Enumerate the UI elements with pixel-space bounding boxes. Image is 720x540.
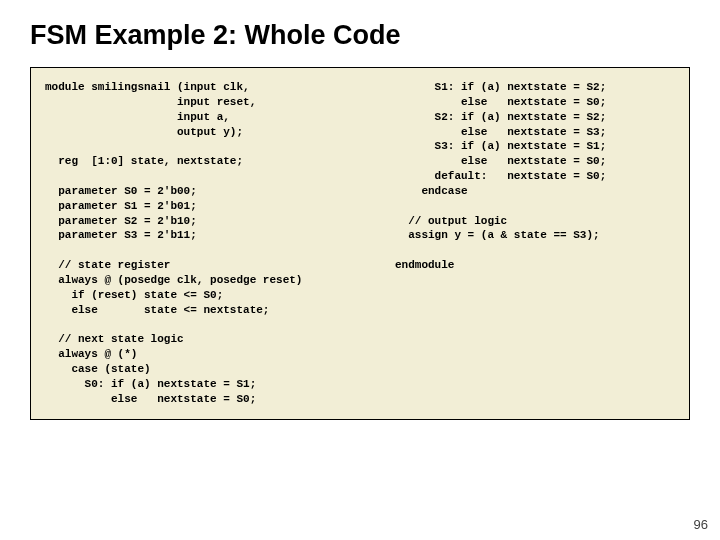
code-box: module smilingsnail (input clk, input re… bbox=[30, 67, 690, 420]
code-columns: module smilingsnail (input clk, input re… bbox=[45, 80, 675, 407]
slide-title: FSM Example 2: Whole Code bbox=[30, 20, 690, 51]
slide: FSM Example 2: Whole Code module smiling… bbox=[0, 0, 720, 540]
page-number: 96 bbox=[694, 517, 708, 532]
code-column-right: S1: if (a) nextstate = S2; else nextstat… bbox=[395, 80, 675, 407]
code-column-left: module smilingsnail (input clk, input re… bbox=[45, 80, 375, 407]
